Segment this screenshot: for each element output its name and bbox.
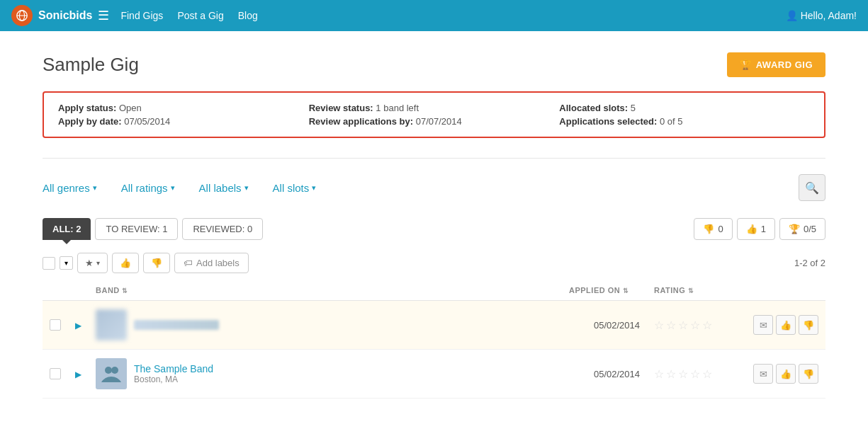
status-col-left: Apply status: Open Apply by date: 07/05/…: [58, 103, 309, 127]
star-icon: ★: [85, 258, 94, 268]
tab-all[interactable]: ALL: 2: [43, 218, 91, 240]
star-1[interactable]: ☆: [654, 367, 664, 381]
dislike-action-button[interactable]: 👎: [799, 315, 818, 335]
genres-filter[interactable]: All genres ▾: [43, 178, 107, 198]
like-count-badge[interactable]: 👍 1: [737, 218, 775, 240]
star-2[interactable]: ☆: [666, 367, 676, 381]
star-4[interactable]: ☆: [690, 319, 700, 332]
sort-icon[interactable]: ⇅: [688, 287, 694, 294]
pagination-info: 1-2 of 2: [794, 258, 825, 268]
play-button[interactable]: ▶: [75, 370, 81, 379]
band-name-link[interactable]: The Sample Band: [134, 363, 213, 374]
divider: [43, 158, 825, 159]
row-checkbox[interactable]: [50, 319, 61, 331]
band-location: Boston, MA: [134, 374, 213, 384]
action-icons: ✉ 👍 👎: [753, 315, 818, 335]
brand[interactable]: Sonicbids: [11, 5, 92, 26]
sort-icon[interactable]: ⇅: [122, 287, 128, 294]
allocated-slots-row: Allocated slots: 5: [559, 103, 810, 113]
band-text: [134, 320, 219, 330]
star-3[interactable]: ☆: [678, 367, 688, 381]
thumbs-down-icon: 👎: [151, 258, 162, 268]
star-2[interactable]: ☆: [666, 319, 676, 332]
award-count-badge[interactable]: 🏆 0/5: [779, 218, 825, 240]
star-1[interactable]: ☆: [654, 319, 664, 332]
applications-table: BAND ⇅ APPLIED ON ⇅ RATING ⇅: [43, 280, 825, 399]
tab-to-review[interactable]: TO REVIEW: 1: [95, 218, 178, 240]
like-action-button[interactable]: 👍: [776, 315, 796, 335]
like-action-button[interactable]: 👍: [776, 364, 796, 384]
row-band-cell: The Sample Band Boston, MA: [89, 350, 562, 399]
row-actions-cell: ✉ 👍 👎: [746, 301, 825, 350]
nav-links: Find Gigs Post a Gig Blog: [120, 10, 785, 21]
blurred-band-name: [134, 320, 219, 330]
bulk-dislike-button[interactable]: 👎: [143, 253, 170, 273]
apps-selected-row: Applications selected: 0 of 5: [559, 116, 810, 127]
main-content: Sample Gig 🏆 AWARD GIG Apply status: Ope…: [0, 31, 868, 441]
select-dropdown-button[interactable]: ▾: [60, 256, 73, 270]
row-band-cell: [89, 301, 562, 350]
select-all-checkbox[interactable]: [43, 257, 55, 270]
action-icons: ✉ 👍 👎: [753, 364, 818, 384]
thumbs-down-icon: 👎: [703, 224, 714, 234]
award-gig-button[interactable]: 🏆 AWARD GIG: [727, 52, 825, 77]
blog-link[interactable]: Blog: [238, 10, 258, 21]
tag-icon: 🏷: [184, 258, 193, 268]
row-rating-cell: ☆ ☆ ☆ ☆ ☆: [647, 350, 746, 399]
col-header-applied: APPLIED ON ⇅: [562, 280, 647, 301]
col-header-band: BAND ⇅: [89, 280, 562, 301]
table-row: ▶ The Sample Band Bosto: [43, 350, 825, 399]
bulk-like-button[interactable]: 👍: [112, 253, 139, 273]
sort-icon[interactable]: ⇅: [623, 287, 629, 294]
star-5[interactable]: ☆: [702, 367, 712, 381]
email-action-button[interactable]: ✉: [753, 364, 773, 384]
band-avatar: [96, 358, 127, 389]
dislike-count-badge[interactable]: 👎 0: [694, 218, 732, 240]
add-labels-button[interactable]: 🏷 Add labels: [174, 253, 249, 273]
chevron-down-icon: ▾: [96, 259, 100, 267]
chevron-down-icon: ▾: [171, 183, 175, 193]
post-gig-link[interactable]: Post a Gig: [177, 10, 223, 21]
tabs-right-counts: 👎 0 👍 1 🏆 0/5: [694, 218, 825, 240]
row-play-cell: ▶: [68, 350, 89, 399]
email-action-button[interactable]: ✉: [753, 315, 773, 335]
find-gigs-link[interactable]: Find Gigs: [120, 10, 163, 21]
labels-filter[interactable]: All labels ▾: [199, 178, 259, 198]
col-header-check: [43, 280, 68, 301]
dislike-action-button[interactable]: 👎: [799, 364, 818, 384]
hamburger-icon[interactable]: ☰: [98, 8, 109, 23]
chevron-down-icon: ▾: [312, 183, 316, 193]
status-col-right: Allocated slots: 5 Applications selected…: [559, 103, 810, 127]
page-title: Sample Gig: [43, 54, 139, 76]
page-header: Sample Gig 🏆 AWARD GIG: [43, 52, 825, 77]
applied-date: 05/02/2014: [569, 320, 640, 331]
row-checkbox-cell: [43, 301, 68, 350]
review-status-row: Review status: 1 band left: [309, 103, 560, 113]
trophy-icon: 🏆: [740, 59, 752, 70]
status-box: Apply status: Open Apply by date: 07/05/…: [43, 91, 825, 138]
row-actions-cell: ✉ 👍 👎: [746, 350, 825, 399]
user-greeting: 👤 Hello, Adam!: [786, 10, 857, 21]
star-5[interactable]: ☆: [702, 319, 712, 332]
star-rating[interactable]: ☆ ☆ ☆ ☆ ☆: [654, 367, 739, 381]
ratings-filter[interactable]: All ratings ▾: [121, 178, 185, 198]
apply-by-row: Apply by date: 07/05/2014: [58, 116, 309, 127]
tab-reviewed[interactable]: REVIEWED: 0: [182, 218, 263, 240]
row-checkbox[interactable]: [50, 368, 61, 379]
row-rating-cell: ☆ ☆ ☆ ☆ ☆: [647, 301, 746, 350]
star-rating-button[interactable]: ★ ▾: [77, 253, 108, 273]
col-header-actions: [746, 280, 825, 301]
applied-date: 05/02/2014: [569, 369, 640, 379]
filters-row: All genres ▾ All ratings ▾ All labels ▾ …: [43, 174, 825, 201]
star-rating[interactable]: ☆ ☆ ☆ ☆ ☆: [654, 319, 739, 332]
search-icon: 🔍: [805, 181, 819, 195]
apply-status-row: Apply status: Open: [58, 103, 309, 113]
thumbs-up-icon: 👍: [120, 258, 131, 268]
search-button[interactable]: 🔍: [799, 174, 825, 201]
slots-filter[interactable]: All slots ▾: [273, 178, 327, 198]
star-3[interactable]: ☆: [678, 319, 688, 332]
navbar: Sonicbids ☰ Find Gigs Post a Gig Blog 👤 …: [0, 0, 868, 31]
play-button[interactable]: ▶: [75, 321, 81, 331]
row-checkbox-cell: [43, 350, 68, 399]
star-4[interactable]: ☆: [690, 367, 700, 381]
